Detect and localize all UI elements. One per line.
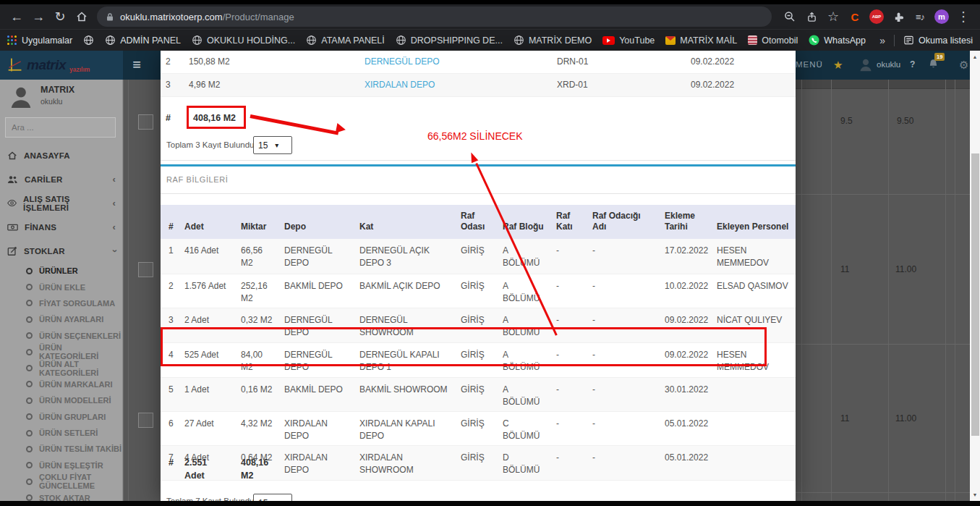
sidebar-toggle-hamburger-icon[interactable]: ≡ — [127, 54, 146, 75]
bookmark-apps[interactable]: Uygulamalar — [7, 35, 72, 46]
otomobil-icon — [748, 35, 757, 45]
chevron-collapsed-icon: ‹ — [112, 174, 116, 185]
sidebar-item-urunler[interactable]: ÜRÜNLER — [0, 263, 123, 279]
scroll-up-icon[interactable]: ▲ — [970, 51, 980, 62]
bookmark-matrix-mail[interactable]: MATRİX MAİL — [665, 35, 737, 46]
sidebar-item-urun-modelleri[interactable]: ÜRÜN MODELLERİ — [0, 392, 123, 408]
bookmark-otomobil[interactable]: Otomobil — [748, 35, 798, 46]
sidebar-item-urun-kategorileri[interactable]: ÜRÜN KATEGORİLERİ — [0, 344, 123, 360]
bullet-icon — [26, 413, 33, 420]
row-checkbox[interactable] — [138, 114, 153, 130]
sidebar-menu: ANASAYFA CARİLER ‹ ALIŞ SATIŞ İŞLEMLERİ … — [0, 143, 123, 506]
settings-gear-icon[interactable]: ⚙ — [959, 59, 968, 72]
page-size-select[interactable]: 15 ▾ — [253, 136, 292, 154]
annotation-box-row4 — [161, 327, 767, 366]
back-icon[interactable]: ← — [6, 6, 27, 28]
url-bar[interactable]: okuklu.matrixotoerp.com/Product/manage — [97, 7, 772, 27]
sidebar-item-anasayfa[interactable]: ANASAYFA — [0, 143, 123, 167]
miktar-cell: 150,88 M2 — [184, 51, 359, 73]
sidebar-item-urun-gruplari[interactable]: ÜRÜN GRUPLARI — [0, 409, 123, 425]
sidebar-user: MATRIX okuklu — [9, 85, 74, 109]
bookmark-matrix-demo[interactable]: MATRİX DEMO — [514, 35, 592, 46]
browser-chrome: ← → ↻ okuklu.matrixotoerp.com/Product/ma… — [0, 0, 980, 51]
bookmark-globe[interactable] — [83, 35, 94, 46]
bookmarks-divider — [894, 35, 895, 46]
tarih-cell: 09.02.2022 — [686, 51, 796, 73]
url-host: okuklu.matrixotoerp.com — [120, 12, 223, 22]
stock-summary-table: 2 150,88 M2 DERNEGÜL DEPO DRN-01 09.02.2… — [161, 51, 796, 97]
sidebar-item-finans[interactable]: FİNANS ‹ — [0, 215, 123, 239]
bookmark-dropshipping[interactable]: DROPSHIPPING DE... — [396, 35, 503, 46]
colorzilla-extension-icon[interactable]: C — [844, 6, 866, 28]
depo-link[interactable]: DERNEGÜL DEPO — [365, 56, 440, 67]
sidebar-avatar — [9, 85, 33, 109]
tarih-cell: 09.02.2022 — [686, 73, 796, 96]
sidebar-item-urun-teslim-takibi[interactable]: ÜRÜN TESLİM TAKİBİ — [0, 441, 123, 457]
favorites-star-icon[interactable]: ★ — [833, 59, 843, 72]
share-icon[interactable] — [801, 6, 822, 28]
background-cell: 11 — [840, 413, 849, 423]
bookmark-atama-paneli[interactable]: ATAMA PANELİ — [306, 35, 385, 46]
home-icon[interactable] — [71, 6, 93, 28]
annotation-arrow-shaft — [250, 114, 339, 135]
background-cell: 9.5 — [840, 116, 853, 126]
sidebar-item-coklu-fiyat-guncelleme[interactable]: ÇOKLU FİYAT GÜNCELLEME — [0, 473, 123, 489]
app-logo[interactable]: matrix yazılım — [0, 51, 123, 80]
annotation-arrowhead — [336, 123, 346, 135]
reading-list-button[interactable]: Okuma listesi — [903, 35, 973, 46]
annotation-box-total — [187, 106, 246, 129]
bookmark-whatsapp[interactable]: WhatsApp — [809, 35, 866, 46]
sidebar-item-urun-setleri[interactable]: ÜRÜN SETLERİ — [0, 425, 123, 441]
stock-total-hash: # — [166, 111, 171, 125]
browser-menu-icon[interactable]: ⋮ — [953, 6, 974, 28]
sidebar-item-urun-secenekleri[interactable]: ÜRÜN SEÇENEKLERİ — [0, 328, 123, 344]
depo-link[interactable]: XIRDALAN DEPO — [365, 80, 435, 90]
playlist-extension-icon[interactable]: ≡♪ — [909, 6, 931, 28]
chevron-expanded-icon: ‹ — [108, 249, 119, 253]
zoom-indicator-icon[interactable] — [779, 6, 801, 28]
row-checkbox[interactable] — [138, 413, 153, 428]
screen: ← → ↻ okuklu.matrixotoerp.com/Product/ma… — [0, 0, 980, 506]
divider — [796, 194, 970, 195]
user-avatar-icon[interactable] — [858, 56, 874, 77]
sidebar-item-stoklar[interactable]: STOKLAR ‹ — [0, 239, 123, 263]
search-input[interactable] — [12, 123, 123, 132]
bullet-icon — [26, 430, 33, 437]
help-button[interactable]: ? — [910, 59, 915, 69]
sidebar-item-urun-ayarlari[interactable]: ÜRÜN AYARLARI — [0, 311, 123, 327]
background-table: 9.5 9.50 11 11.00 11 11.00 — [796, 80, 970, 506]
sidebar-item-alis-satis[interactable]: ALIŞ SATIŞ İŞLEMLERİ ‹ — [0, 191, 123, 215]
bookmark-star-icon[interactable]: ☆ — [822, 6, 844, 28]
topbar-username[interactable]: okuklu — [877, 60, 900, 69]
menu-button[interactable]: MENÜ — [796, 60, 823, 69]
url-path: /Product/manage — [223, 12, 294, 22]
depo-cell: DERNEGÜL DEPO — [359, 51, 552, 73]
sidebar-user-role: okuklu — [41, 97, 74, 106]
extensions-puzzle-icon[interactable] — [887, 6, 909, 28]
scrollbar-thumb[interactable] — [971, 153, 979, 436]
reload-icon[interactable]: ↻ — [49, 6, 71, 28]
bookmark-admin-panel[interactable]: ADMİN PANEL — [105, 35, 181, 46]
app-page: matrix yazılım ≡ MENÜ ★ okuklu ? 19 ⚙ — [0, 51, 980, 506]
scroll-down-icon[interactable]: ▼ — [970, 489, 980, 499]
row-index: 2 — [161, 51, 184, 73]
sidebar-item-urun-alt-kategorileri[interactable]: ÜRÜN ALT KATEGORİLERİ — [0, 360, 123, 376]
sidebar-item-fiyat-sorgulama[interactable]: FİYAT SORGULAMA — [0, 295, 123, 311]
bullet-icon — [26, 494, 33, 501]
divider — [831, 80, 832, 506]
bookmarks-overflow-chevron[interactable]: » — [879, 35, 885, 46]
divider — [796, 344, 970, 345]
bullet-icon — [26, 332, 33, 339]
row-checkbox[interactable] — [138, 262, 153, 277]
sidebar-item-urun-eslestir[interactable]: ÜRÜN EŞLEŞTİR — [0, 457, 123, 473]
sidebar-item-cariler[interactable]: CARİLER ‹ — [0, 167, 123, 191]
bullet-icon — [26, 397, 33, 404]
sidebar-item-urun-ekle[interactable]: ÜRÜN EKLE — [0, 279, 123, 295]
bookmark-okuklu-holding[interactable]: OKUKLU HOLDİNG... — [192, 35, 295, 46]
bookmark-youtube[interactable]: YouTube — [602, 35, 655, 46]
sidebar-item-urun-markalari[interactable]: ÜRÜN MARKALARI — [0, 376, 123, 392]
profile-avatar[interactable]: m — [931, 6, 953, 28]
page-size-select-bottom[interactable]: 15 ▾ — [253, 494, 292, 501]
forward-icon[interactable]: → — [27, 6, 49, 28]
adblock-extension-icon[interactable]: ABP — [866, 6, 887, 28]
